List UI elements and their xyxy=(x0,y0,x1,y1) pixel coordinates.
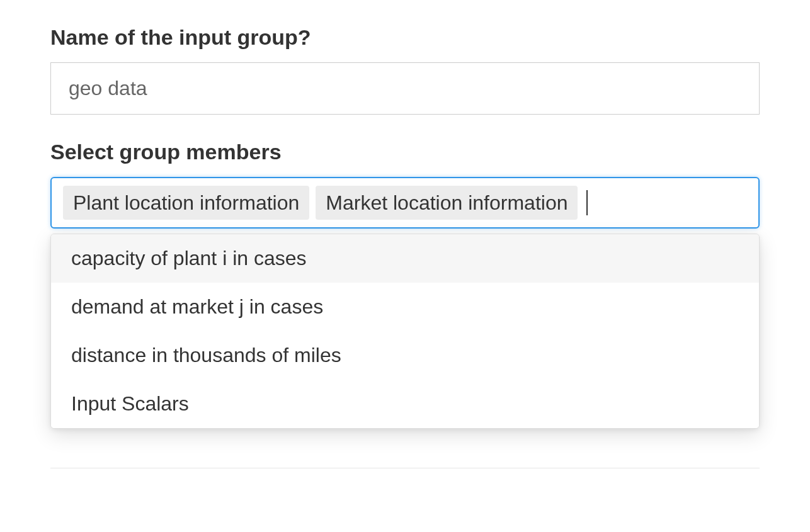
dropdown-option[interactable]: demand at market j in cases xyxy=(51,283,759,331)
group-members-multiselect: Plant location information Market locati… xyxy=(50,177,760,229)
input-group-name-label: Name of the input group? xyxy=(50,25,760,50)
input-group-name-field[interactable] xyxy=(50,62,760,115)
text-cursor xyxy=(586,190,588,215)
selected-tag[interactable]: Market location information xyxy=(316,186,578,220)
dropdown-option[interactable]: capacity of plant i in cases xyxy=(51,234,759,283)
group-members-dropdown: capacity of plant i in cases demand at m… xyxy=(50,234,760,429)
input-group-name-section: Name of the input group? xyxy=(50,25,760,115)
group-members-section: Select group members Plant location info… xyxy=(50,140,760,229)
dropdown-option[interactable]: Input Scalars xyxy=(51,380,759,428)
group-members-input[interactable]: Plant location information Market locati… xyxy=(50,177,760,229)
selected-tag[interactable]: Plant location information xyxy=(63,186,309,220)
group-members-label: Select group members xyxy=(50,140,760,164)
dropdown-option[interactable]: distance in thousands of miles xyxy=(51,331,759,380)
section-divider xyxy=(50,468,760,468)
